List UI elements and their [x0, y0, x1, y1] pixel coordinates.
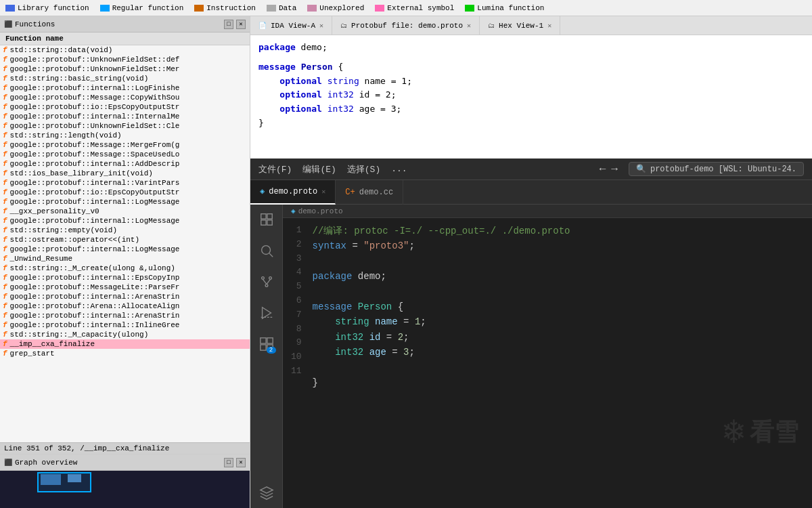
graph-restore-btn[interactable]: □	[224, 458, 233, 467]
search-icon[interactable]	[257, 241, 276, 260]
function-item[interactable]: fgoogle::protobuf::UnknownFieldSet::def	[0, 55, 250, 64]
function-name: google::protobuf::internal::VarintPars	[10, 179, 180, 187]
function-item[interactable]: fstd::string::empty(void)	[0, 226, 250, 235]
function-item[interactable]: fgoogle::protobuf::Message::CopyWithSou	[0, 93, 250, 102]
extensions-icon[interactable]: 2	[257, 335, 276, 354]
vscode-main-editor[interactable]: ◈ demo.proto 1234567891011 //编译: protoc …	[283, 205, 812, 508]
ida-tab-view-a-icon: 📄	[258, 22, 267, 30]
function-item[interactable]: fstd::string::_M_create(ulong &,ulong)	[0, 263, 250, 273]
vscode-menu-edit[interactable]: 编辑(E)	[302, 163, 336, 175]
function-item[interactable]: fgoogle::protobuf::UnknownFieldSet::Cle	[0, 121, 250, 131]
line-number: 5	[291, 280, 302, 294]
extensions-badge: 2	[267, 347, 276, 354]
function-item[interactable]: fstd::string::length(void)	[0, 131, 250, 140]
legend-lumina-label: Lumina function	[477, 4, 544, 12]
function-item[interactable]: fgoogle::protobuf::internal::EpsCopyInp	[0, 273, 250, 282]
graph-controls: □ ✕	[224, 458, 246, 467]
vscode-tab-proto[interactable]: ◈ demo.proto ✕	[250, 180, 336, 205]
remote-icon[interactable]	[257, 484, 276, 503]
vscode-tab-cc[interactable]: C+ demo.cc	[336, 180, 403, 205]
function-item[interactable]: fstd::ostream::operator<<(int)	[0, 235, 250, 245]
run-debug-icon[interactable]	[257, 303, 276, 322]
func-icon: f	[3, 112, 7, 121]
vscode-tab-proto-close[interactable]: ✕	[321, 188, 325, 196]
vscode-proto-icon: ◈	[260, 186, 265, 196]
function-item[interactable]: fgoogle::protobuf::MessageLite::ParseFr	[0, 282, 250, 292]
function-item[interactable]: fgoogle::protobuf::internal::AddDescrip	[0, 159, 250, 169]
vscode-menu-more[interactable]: ...	[391, 164, 407, 174]
function-item[interactable]: fgoogle::protobuf::Message::MergeFrom(g	[0, 140, 250, 150]
func-icon: f	[3, 103, 7, 111]
function-item[interactable]: fstd::string::basic_string(void)	[0, 74, 250, 83]
func-icon: f	[3, 160, 7, 168]
number-token: 2	[398, 332, 403, 343]
source-control-icon[interactable]	[257, 272, 276, 291]
ida-tab-proto-icon: 🗂	[340, 22, 347, 30]
vscode-menu-select[interactable]: 选择(S)	[347, 163, 380, 175]
message-token: message	[313, 301, 353, 312]
functions-close-btn[interactable]: ✕	[236, 20, 246, 29]
function-name: google::protobuf::Message::MergeFrom(g	[10, 141, 180, 149]
function-item[interactable]: fstd::string::data(void)	[0, 45, 250, 55]
plain-token: =	[398, 316, 415, 327]
func-icon: f	[3, 236, 7, 244]
function-name: std::string::data(void)	[10, 46, 113, 54]
function-item[interactable]: fgoogle::protobuf::internal::InlineGree	[0, 320, 250, 330]
function-name: google::protobuf::Message::SpaceUsedLo	[10, 150, 180, 158]
legend-data-label: Data	[279, 4, 296, 12]
ida-tab-view-a-close[interactable]: ✕	[319, 22, 323, 30]
function-item[interactable]: fgoogle::protobuf::internal::LogMessage	[0, 245, 250, 254]
explorer-icon[interactable]	[257, 210, 276, 229]
vscode-forward-btn[interactable]: →	[611, 163, 618, 175]
func-icon: f	[3, 245, 7, 253]
function-name-column: Function name	[0, 33, 250, 45]
ida-tab-hex[interactable]: 🗂 Hex View-1 ✕	[480, 16, 560, 35]
function-item[interactable]: fgoogle::protobuf::Message::SpaceUsedLo	[0, 150, 250, 159]
code-area[interactable]: 1234567891011 //编译: protoc -I=./ --cpp_o…	[283, 218, 812, 508]
function-item[interactable]: fstd::ios_base_library_init(void)	[0, 169, 250, 178]
function-item[interactable]: f__imp__cxa_finalize	[0, 339, 250, 349]
svg-rect-13	[260, 338, 265, 343]
func-icon: f	[3, 321, 7, 329]
line-number: 7	[291, 308, 302, 322]
ida-tab-hex-close[interactable]: ✕	[547, 22, 551, 30]
function-name: google::protobuf::io::EpsCopyOutputStr	[10, 188, 180, 196]
ida-spacer	[258, 55, 804, 60]
function-item[interactable]: fgoogle::protobuf::io::EpsCopyOutputStr	[0, 188, 250, 197]
functions-restore-btn[interactable]: □	[224, 20, 233, 29]
vscode-search-bar[interactable]: 🔍 protobuf-demo [WSL: Ubuntu-24.	[629, 162, 804, 176]
function-item[interactable]: f__gxx_personality_v0	[0, 207, 250, 216]
function-item[interactable]: fgoogle::protobuf::io::EpsCopyOutputStr	[0, 102, 250, 112]
ida-tab-view-a[interactable]: 📄 IDA View-A ✕	[250, 16, 332, 35]
func-icon: f	[3, 46, 7, 54]
function-item[interactable]: fgoogle::protobuf::internal::LogFinishe	[0, 83, 250, 93]
function-item[interactable]: fgoogle::protobuf::Arena::AllocateAlign	[0, 301, 250, 311]
graph-close-btn[interactable]: ✕	[236, 458, 246, 467]
type-token: Person	[358, 301, 392, 312]
line-numbers: 1234567891011	[283, 224, 313, 503]
ida-tab-proto-close[interactable]: ✕	[467, 22, 471, 30]
function-item[interactable]: fgrep_start	[0, 349, 250, 358]
function-item[interactable]: fgoogle::protobuf::internal::LogMessage	[0, 216, 250, 226]
ida-tab-proto[interactable]: 🗂 Protobuf file: demo.proto ✕	[332, 16, 480, 35]
code-line	[313, 360, 798, 375]
function-item[interactable]: fstd::string::_M_capacity(ulong)	[0, 330, 250, 339]
function-list[interactable]: fstd::string::data(void)fgoogle::protobu…	[0, 45, 250, 442]
functions-title-label: Functions	[15, 20, 55, 28]
ida-line-1: package demo;	[258, 41, 804, 55]
function-item[interactable]: fgoogle::protobuf::internal::LogMessage	[0, 197, 250, 207]
function-item[interactable]: fgoogle::protobuf::UnknownFieldSet::Mer	[0, 64, 250, 74]
function-item[interactable]: fgoogle::protobuf::internal::VarintPars	[0, 178, 250, 188]
vscode-menu-file[interactable]: 文件(F)	[258, 163, 292, 175]
legend-lumina: Lumina function	[465, 4, 544, 12]
function-item[interactable]: fgoogle::protobuf::internal::ArenaStrin	[0, 292, 250, 301]
function-name: std::string::length(void)	[10, 131, 122, 140]
line-number: 6	[291, 294, 302, 308]
vscode-back-btn[interactable]: ←	[600, 163, 606, 175]
function-name: std::ostream::operator<<(int)	[10, 236, 139, 244]
function-item[interactable]: fgoogle::protobuf::internal::ArenaStrin	[0, 311, 250, 320]
legend-external-color	[375, 5, 384, 12]
plain-token: {	[392, 301, 403, 312]
function-item[interactable]: fgoogle::protobuf::internal::InternalMe	[0, 112, 250, 121]
function-item[interactable]: f_Unwind_Resume	[0, 254, 250, 263]
